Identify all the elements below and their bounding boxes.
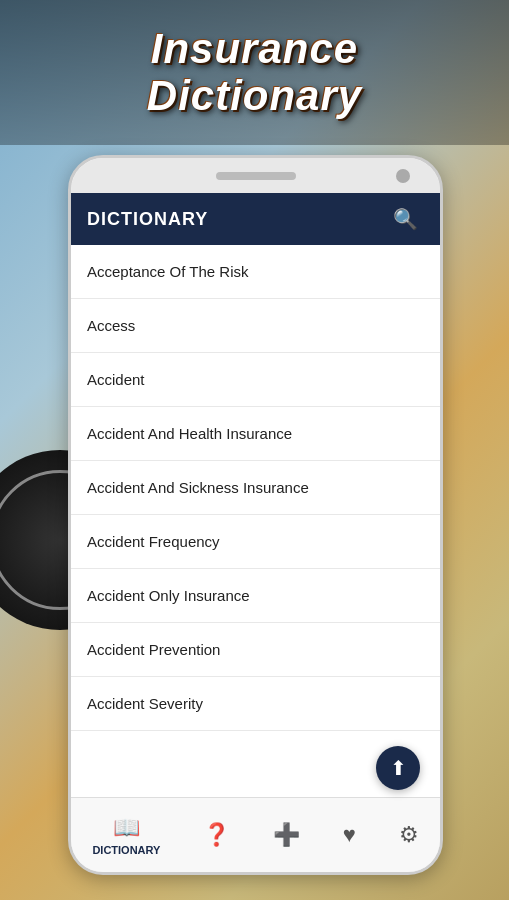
dictionary-header: DICTIONARY 🔍 (71, 193, 440, 245)
nav-item-favorites[interactable]: ♥ (331, 814, 368, 856)
header-title-line2: Dictionary (147, 72, 362, 119)
list-item[interactable]: Accident And Health Insurance (71, 407, 440, 461)
list-item[interactable]: Accident (71, 353, 440, 407)
phone-top-bar (71, 158, 440, 193)
nav-item-help[interactable]: ❓ (191, 814, 242, 856)
list-item[interactable]: Accident Frequency (71, 515, 440, 569)
list-item[interactable]: Accident Severity (71, 677, 440, 731)
favorites-icon: ♥ (343, 822, 356, 848)
header-title-line1: Insurance (151, 25, 358, 72)
settings-icon: ⚙ (399, 822, 419, 848)
nav-item-settings[interactable]: ⚙ (387, 814, 431, 856)
help-icon: ❓ (203, 822, 230, 848)
dictionary-nav-label: DICTIONARY (92, 844, 160, 856)
list-item[interactable]: Accident Prevention (71, 623, 440, 677)
list-item[interactable]: Acceptance Of The Risk (71, 245, 440, 299)
list-item[interactable]: Accident Only Insurance (71, 569, 440, 623)
phone-frame: DICTIONARY 🔍 Acceptance Of The RiskAcces… (68, 155, 443, 875)
nav-item-dictionary[interactable]: 📖 DICTIONARY (80, 807, 172, 864)
list-item[interactable]: Accident And Sickness Insurance (71, 461, 440, 515)
scroll-to-top-button[interactable]: ⬆ (376, 746, 420, 790)
dictionary-list[interactable]: Acceptance Of The RiskAccessAccidentAcci… (71, 245, 440, 825)
list-item[interactable]: Access (71, 299, 440, 353)
header-banner: Insurance Dictionary (0, 0, 509, 145)
search-button[interactable]: 🔍 (387, 205, 424, 233)
dictionary-header-title: DICTIONARY (87, 209, 208, 230)
header-title: Insurance Dictionary (147, 26, 362, 118)
dictionary-icon: 📖 (113, 815, 140, 841)
add-icon: ➕ (273, 822, 300, 848)
bottom-navigation: 📖 DICTIONARY ❓ ➕ ♥ ⚙ (71, 797, 440, 872)
phone-speaker (216, 172, 296, 180)
phone-camera (396, 169, 410, 183)
nav-item-add[interactable]: ➕ (261, 814, 312, 856)
